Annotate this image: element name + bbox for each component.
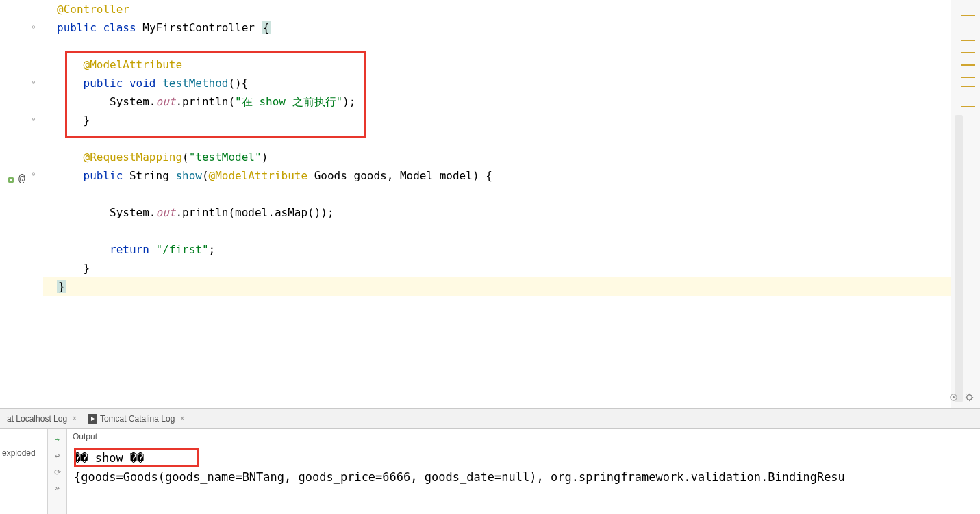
at-annotation-icon[interactable]: @ — [18, 173, 25, 185]
tomcat-icon — [88, 414, 97, 424]
code-line[interactable]: public String show(@ModelAttribute Goods… — [57, 166, 980, 185]
target-icon[interactable] — [948, 392, 959, 404]
annotation-highlight-box — [65, 51, 366, 138]
output-line: {goods=Goods(goods_name=BNTang, goods_pr… — [74, 467, 973, 487]
panel-tabs: at Localhost Log × Tomcat Catalina Log × — [0, 409, 980, 429]
code-line[interactable]: } — [43, 277, 980, 296]
panel-icon-column: ➔ ↩ ⟳ » — [48, 429, 67, 514]
code-line[interactable]: @RequestMapping("testModel") — [57, 148, 980, 166]
minimap-marker — [961, 64, 975, 66]
code-line[interactable] — [57, 222, 980, 240]
fold-icon[interactable]: ⊖ — [30, 23, 37, 30]
code-line[interactable]: System.out.println(model.asMap()); — [57, 203, 980, 222]
panel-body: exploded ➔ ↩ ⟳ » Output �� show ֮��{good… — [0, 429, 980, 514]
output-content[interactable]: �� show ֮��{goods=Goods(goods_name=BNTan… — [67, 444, 980, 491]
tab-label: at Localhost Log — [7, 414, 67, 424]
panel-left-column: exploded — [0, 429, 48, 514]
tab-catalina-log[interactable]: Tomcat Catalina Log × — [82, 409, 190, 428]
output-highlight-box — [74, 448, 199, 467]
output-header-label: Output — [73, 432, 97, 441]
code-line[interactable] — [57, 185, 980, 203]
code-line[interactable]: return "/first"; — [57, 240, 980, 259]
output-line: �� show ֮�� — [74, 448, 973, 467]
close-icon[interactable]: × — [180, 415, 184, 422]
output-header: Output — [67, 429, 980, 444]
fold-icon[interactable]: ⊖ — [30, 170, 37, 177]
code-line[interactable]: public class MyFirstController { — [57, 18, 980, 37]
code-line[interactable]: } — [57, 259, 980, 277]
minimap-marker — [961, 40, 975, 41]
svg-point-3 — [953, 396, 955, 398]
fold-icon[interactable]: ⊖ — [30, 79, 37, 86]
run-icon[interactable]: ➔ — [51, 433, 64, 446]
refresh-icon[interactable]: ⟳ — [51, 466, 64, 478]
fold-gutter: ⊖ ⊖ ⊖ ⊖ — [31, 0, 43, 408]
exploded-label: exploded — [2, 448, 36, 458]
close-icon[interactable]: × — [73, 415, 77, 422]
panel-toolbar — [948, 392, 975, 404]
minimap-marker — [961, 86, 975, 87]
svg-point-1 — [10, 179, 12, 181]
minimap-marker — [961, 77, 975, 78]
gutter: @ — [0, 0, 31, 408]
gear-icon[interactable] — [964, 392, 975, 404]
minimap[interactable] — [951, 0, 980, 408]
back-icon[interactable]: ↩ — [51, 450, 64, 462]
tab-label: Tomcat Catalina Log — [100, 414, 175, 424]
code-line[interactable]: @Controller — [57, 0, 980, 18]
minimap-marker — [961, 52, 975, 53]
minimap-marker — [961, 106, 975, 107]
output-panel: Output �� show ֮��{goods=Goods(goods_nam… — [67, 429, 980, 514]
bean-icon[interactable] — [5, 175, 16, 188]
minimap-marker — [961, 15, 975, 16]
fold-icon[interactable]: ⊖ — [30, 116, 37, 123]
more-icon[interactable]: » — [51, 483, 64, 495]
tab-localhost-log[interactable]: at Localhost Log × — [1, 409, 82, 428]
scrollbar[interactable] — [955, 115, 963, 402]
